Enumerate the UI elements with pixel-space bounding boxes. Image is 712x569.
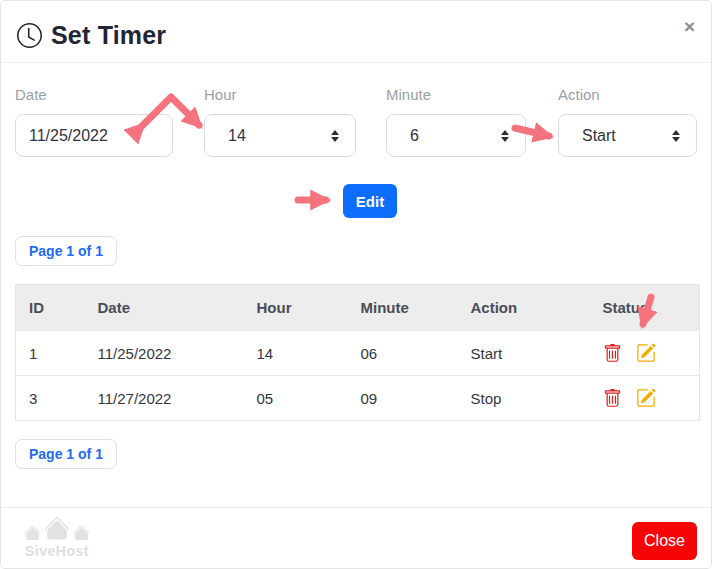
- col-minute: Minute: [348, 285, 458, 331]
- pagination-top[interactable]: Page 1 of 1: [15, 236, 117, 266]
- caret-updown-icon: [672, 130, 680, 142]
- caret-updown-icon: [331, 130, 339, 142]
- date-value: 11/25/2022: [29, 127, 108, 145]
- col-status: Status: [590, 285, 700, 331]
- house-icon: [24, 524, 41, 545]
- action-value: Start: [582, 127, 616, 145]
- minute-value: 6: [410, 127, 419, 145]
- date-input[interactable]: 11/25/2022: [15, 114, 173, 157]
- cell-id: 3: [16, 376, 85, 421]
- clock-icon: [17, 23, 42, 48]
- edit-pencil-square-icon[interactable]: [636, 388, 656, 408]
- col-id: ID: [16, 285, 85, 331]
- action-label: Action: [558, 86, 697, 103]
- cell-status: [590, 376, 700, 421]
- dialog-footer: SiveHost Close: [1, 507, 711, 569]
- caret-updown-icon: [501, 130, 509, 142]
- table-row: 3 11/27/2022 05 09 Stop: [16, 376, 700, 421]
- house-icon: [44, 515, 70, 545]
- cell-minute: 06: [348, 331, 458, 376]
- hour-select[interactable]: 14: [204, 114, 356, 157]
- set-timer-dialog: Set Timer × Date 11/25/2022 Hour 14 Minu…: [0, 0, 712, 569]
- col-date: Date: [85, 285, 244, 331]
- sivehost-logo: SiveHost: [21, 515, 93, 559]
- trash-icon[interactable]: [603, 389, 622, 408]
- minute-label: Minute: [386, 86, 526, 103]
- cell-action: Stop: [458, 376, 590, 421]
- hour-value: 14: [228, 127, 246, 145]
- cell-date: 11/25/2022: [85, 331, 244, 376]
- minute-select[interactable]: 6: [386, 114, 526, 157]
- table-row: 1 11/25/2022 14 06 Start: [16, 331, 700, 376]
- table-header-row: ID Date Hour Minute Action Status: [16, 285, 700, 331]
- close-icon[interactable]: ×: [684, 17, 695, 36]
- brand-name: SiveHost: [21, 543, 93, 559]
- hour-field-group: Hour 14: [204, 86, 356, 103]
- cell-action: Start: [458, 331, 590, 376]
- action-field-group: Action Start: [558, 86, 697, 103]
- action-select[interactable]: Start: [558, 114, 697, 157]
- cell-date: 11/27/2022: [85, 376, 244, 421]
- pagination-bottom[interactable]: Page 1 of 1: [15, 439, 117, 469]
- cell-id: 1: [16, 331, 85, 376]
- date-field-group: Date 11/25/2022: [15, 86, 173, 103]
- edit-pencil-square-icon[interactable]: [636, 343, 656, 363]
- col-action: Action: [458, 285, 590, 331]
- cell-hour: 14: [244, 331, 348, 376]
- date-label: Date: [15, 86, 173, 103]
- close-button[interactable]: Close: [632, 522, 697, 560]
- edit-button[interactable]: Edit: [343, 184, 397, 218]
- hour-label: Hour: [204, 86, 356, 103]
- cell-hour: 05: [244, 376, 348, 421]
- timers-table: ID Date Hour Minute Action Status 1 11/2…: [15, 284, 700, 421]
- cell-status: [590, 331, 700, 376]
- house-icon: [73, 524, 90, 545]
- dialog-title: Set Timer: [51, 21, 166, 50]
- minute-field-group: Minute 6: [386, 86, 526, 103]
- cell-minute: 09: [348, 376, 458, 421]
- trash-icon[interactable]: [603, 344, 622, 363]
- dialog-header: Set Timer ×: [1, 1, 711, 63]
- col-hour: Hour: [244, 285, 348, 331]
